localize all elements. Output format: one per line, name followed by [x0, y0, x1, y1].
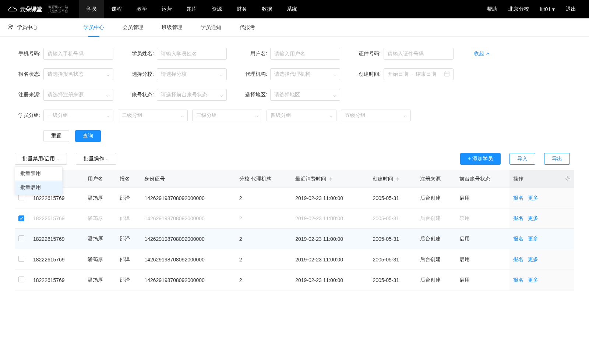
chevron-down-icon: ⌵ — [333, 71, 336, 77]
collapse-toggle[interactable]: 收起 — [474, 50, 490, 57]
acct-status-select[interactable]: 请选择前台账号状态⌵ — [157, 89, 227, 101]
region-label: 选择地区: — [241, 92, 267, 98]
row-checkbox[interactable] — [18, 215, 24, 221]
export-button[interactable]: 导出 — [544, 153, 570, 165]
more-action[interactable]: 更多 — [528, 195, 538, 201]
col-source: 注册来源 — [416, 170, 456, 188]
add-student-button[interactable]: + 添加学员 — [460, 153, 501, 165]
top-nav-item[interactable]: 课程 — [104, 0, 129, 18]
top-nav-item[interactable]: 系统 — [279, 0, 304, 18]
idno-input[interactable] — [384, 48, 454, 60]
enroll-action[interactable]: 报名 — [513, 215, 523, 221]
cell-source: 后台创建 — [416, 249, 456, 270]
top-nav: 云朵课堂 教育机构一站式服务云平台 学员课程教学运营题库资源财务数据系统 帮助 … — [0, 0, 589, 18]
cell-status: 启用 — [456, 249, 509, 270]
phone-input[interactable] — [43, 48, 113, 60]
cell-actions: 报名更多 — [509, 249, 561, 270]
user-menu[interactable]: lijt01 ▾ — [535, 0, 560, 18]
top-nav-right: 帮助 北京分校 lijt01 ▾ 退出 — [482, 0, 582, 18]
top-nav-item[interactable]: 题库 — [179, 0, 204, 18]
col-last-spend[interactable]: 最近消费时间 — [292, 170, 369, 188]
cell-branch: 2 — [236, 249, 292, 270]
phone-label: 手机号码: — [15, 50, 40, 57]
row-checkbox[interactable] — [18, 195, 24, 200]
top-nav-item[interactable]: 教学 — [129, 0, 154, 18]
enroll-action[interactable]: 报名 — [513, 236, 523, 242]
logout-link[interactable]: 退出 — [560, 0, 582, 18]
cell-last: 2019-02-23 11:00:00 — [292, 188, 369, 208]
chevron-down-icon: ⌵ — [404, 113, 407, 118]
cell-idno: 142629198708092000000 — [141, 208, 235, 229]
chevron-down-icon: ⌵ — [181, 113, 184, 118]
cell-created: 2005-05-31 — [369, 270, 416, 290]
row-checkbox[interactable] — [18, 276, 24, 282]
cell-username: 潘筠厚 — [84, 208, 116, 229]
batch-toggle-button[interactable]: 批量禁用/启用 ⌵ — [15, 153, 67, 165]
more-action[interactable]: 更多 — [528, 236, 538, 242]
group-level-select[interactable]: 五级分组⌵ — [341, 110, 411, 121]
reset-button[interactable]: 重置 — [43, 130, 69, 142]
name-input[interactable] — [157, 48, 227, 60]
chevron-down-icon: ⌵ — [220, 71, 223, 77]
col-username: 用户名 — [84, 170, 116, 188]
reg-source-select[interactable]: 请选择注册来源⌵ — [43, 89, 113, 101]
chevron-down-icon: ⌵ — [106, 92, 109, 98]
caret-down-icon: ▾ — [552, 6, 555, 12]
cell-status: 禁用 — [456, 208, 509, 229]
row-checkbox[interactable] — [18, 256, 24, 262]
query-button[interactable]: 查询 — [75, 130, 101, 142]
date-range-picker[interactable]: 开始日期 - 结束日期 — [384, 68, 454, 80]
cell-phone: 18222615769 — [29, 270, 84, 290]
cell-status: 启用 — [456, 229, 509, 249]
cell-enroll: 邵泽 — [116, 229, 141, 249]
branch-selector[interactable]: 北京分校 — [503, 0, 535, 18]
row-checkbox[interactable] — [18, 235, 24, 241]
username-input[interactable] — [270, 48, 340, 60]
more-action[interactable]: 更多 — [528, 277, 538, 283]
group-level-select[interactable]: 四级分组⌵ — [267, 110, 336, 121]
sub-nav-item[interactable]: 班级管理 — [152, 18, 191, 37]
enroll-action[interactable]: 报名 — [513, 256, 523, 262]
cell-branch: 2 — [236, 208, 292, 229]
sub-nav-item[interactable]: 学员通知 — [191, 18, 230, 37]
col-created[interactable]: 创建时间 — [369, 170, 416, 188]
sub-nav-item[interactable]: 代报考 — [230, 18, 264, 37]
cell-enroll: 邵泽 — [116, 208, 141, 229]
group-level-select[interactable]: 三级分组⌵ — [192, 110, 262, 121]
import-button[interactable]: 导入 — [509, 153, 535, 165]
branch-select[interactable]: 请选择分校⌵ — [157, 68, 227, 80]
batch-enable-option[interactable]: 批量启用 — [15, 181, 62, 195]
enroll-status-select[interactable]: 请选择报名状态⌵ — [43, 68, 113, 80]
region-select[interactable]: 请选择地区⌵ — [270, 89, 340, 101]
chevron-down-icon: ⌵ — [106, 113, 109, 118]
table-row: 18222615769潘筠厚邵泽142629198708092000000220… — [15, 270, 574, 290]
help-link[interactable]: 帮助 — [482, 0, 503, 18]
cell-actions: 报名更多 — [509, 270, 561, 290]
cell-actions: 报名更多 — [509, 229, 561, 249]
top-nav-item[interactable]: 运营 — [154, 0, 179, 18]
cell-branch: 2 — [236, 270, 292, 290]
group-level-select[interactable]: 二级分组⌵ — [118, 110, 188, 121]
cell-source: 后台创建 — [416, 229, 456, 249]
top-nav-item[interactable]: 资源 — [204, 0, 229, 18]
group-label: 学员分组: — [15, 112, 40, 119]
more-action[interactable]: 更多 — [528, 256, 538, 262]
enroll-action[interactable]: 报名 — [513, 195, 523, 201]
sub-nav-item[interactable]: 学员中心 — [74, 18, 113, 37]
top-nav-item[interactable]: 财务 — [229, 0, 254, 18]
batch-disable-option[interactable]: 批量禁用 — [15, 167, 62, 181]
sub-nav-title: 学员中心 — [7, 24, 38, 31]
agency-select[interactable]: 请选择代理机构⌵ — [270, 68, 340, 80]
enroll-action[interactable]: 报名 — [513, 277, 523, 283]
cell-username: 潘筠厚 — [84, 188, 116, 208]
cell-last: 2019-02-23 11:00:00 — [292, 249, 369, 270]
sub-nav-item[interactable]: 会员管理 — [113, 18, 152, 37]
group-level-select[interactable]: 一级分组⌵ — [43, 110, 113, 121]
top-nav-item[interactable]: 学员 — [79, 0, 104, 18]
branch-label: 选择分校: — [128, 71, 154, 78]
cell-actions: 报名更多 — [509, 208, 561, 229]
batch-ops-button[interactable]: 批量操作 ⌵ — [76, 153, 116, 165]
col-settings[interactable] — [561, 170, 574, 188]
more-action[interactable]: 更多 — [528, 215, 538, 221]
top-nav-item[interactable]: 数据 — [254, 0, 279, 18]
